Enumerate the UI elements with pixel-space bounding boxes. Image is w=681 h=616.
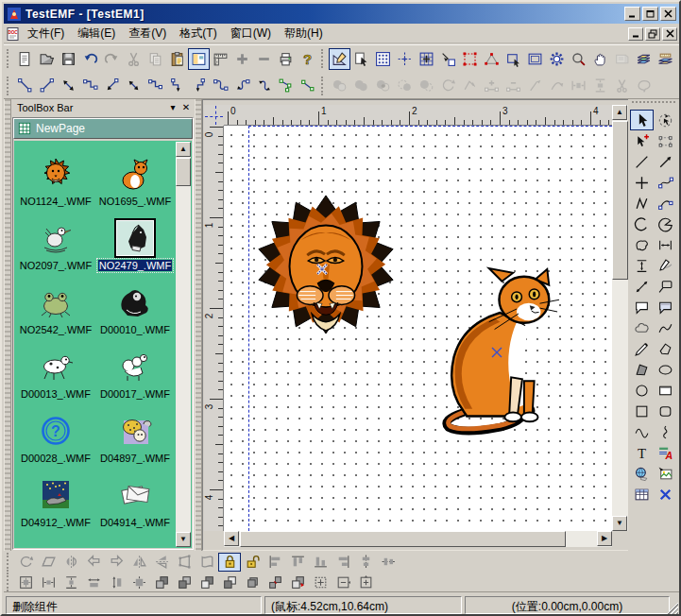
toolbox-item-d04914_wmf[interactable]: D04914_.WMF [95,466,175,530]
align-bottom-button[interactable] [309,553,332,572]
toolbox-item-d04912_wmf[interactable]: D04912_.WMF [16,466,95,530]
panel-grip-mid[interactable] [195,99,202,551]
undo-button[interactable] [79,48,101,70]
zoom-tool-button[interactable] [568,48,589,70]
text-button[interactable]: T [630,442,654,463]
scroll-down-button[interactable]: ▼ [176,532,191,547]
pie-button[interactable] [654,214,677,234]
toolbox-item-d00017_wmf[interactable]: D00017_.WMF [95,337,175,402]
distribute-h-button[interactable] [568,75,589,96]
close-button[interactable] [660,7,676,21]
toolbox-item-no1124_wmf[interactable]: NO1124_.WMF [16,145,95,209]
conn-curve-arrows-button[interactable] [253,75,275,96]
conn-line-arrows-button[interactable] [58,75,79,96]
toolbox-item-d00013_wmf[interactable]: D00013_.WMF [16,337,95,402]
pan-hand-button[interactable] [589,48,611,70]
center-h-button[interactable] [354,553,377,572]
canvas-vscrollbar[interactable]: ▲ ▼ [612,105,628,531]
lock-button[interactable] [218,553,241,572]
rotate-right-button[interactable] [105,553,128,572]
menu-item-6[interactable]: 帮助(H) [278,25,330,42]
shape-exclude-button[interactable] [394,75,416,96]
square-button[interactable] [630,401,654,421]
rotate-ccw-button[interactable] [437,75,459,96]
send-back-button[interactable] [173,573,196,591]
reshape-button[interactable] [459,75,481,96]
new-button[interactable] [14,48,36,70]
select-region-button[interactable] [459,48,481,70]
table-button[interactable] [630,484,654,505]
pick-object-button[interactable] [502,48,524,70]
select-button[interactable] [630,110,654,130]
toolbox-item-no2542_wmf[interactable]: NO2542_.WMF [16,273,95,337]
flip-v-button[interactable] [150,553,173,572]
scrollbar-thumb[interactable] [176,158,191,186]
same-height-button[interactable] [105,573,128,591]
palette-grip[interactable] [632,101,675,108]
toolbar-grip[interactable] [321,49,325,68]
conn-curve-arrow-button[interactable] [231,75,253,96]
hyperlink-button[interactable] [630,463,654,484]
scrollbar-thumb[interactable] [612,121,628,280]
blob-button[interactable] [630,234,654,255]
image-button[interactable] [654,463,677,484]
shape-subtract-button[interactable] [329,75,350,96]
delete-node-button[interactable] [502,75,524,96]
print-button[interactable] [275,48,297,70]
conn-line-up-button[interactable] [36,75,58,96]
axis-show-button[interactable] [394,48,416,70]
conn-node-small-button[interactable] [297,75,318,96]
grid-fit-button[interactable] [354,573,377,591]
unlock-button[interactable] [241,553,264,572]
same-width-button[interactable] [82,573,105,591]
grid-expand-button[interactable] [309,573,332,591]
bring-forward-button[interactable] [196,573,218,591]
toolbar-grip[interactable] [321,77,325,95]
conn-arrows-both-button[interactable] [123,75,145,96]
dim-h-button[interactable] [654,234,677,255]
menu-item-5[interactable]: 窗口(W) [224,25,278,42]
save-button[interactable] [58,48,79,70]
callout-shaded-button[interactable] [654,297,677,317]
send-backward-button[interactable] [218,573,241,591]
toolbox-item-no2097_wmf[interactable]: NO2097_.WMF [16,209,95,273]
align-left-button[interactable] [264,553,286,572]
help-button[interactable]: ? [297,48,318,70]
callout-button[interactable] [630,297,654,317]
draw-mode-button[interactable] [329,48,350,70]
canvas-hscrollbar[interactable]: ◀ ▶ [224,531,612,547]
conn-line-down-button[interactable] [14,75,36,96]
paste-button[interactable] [166,48,188,70]
squiggle-button[interactable] [654,421,677,442]
arc-button[interactable] [630,214,654,234]
dim-v-button[interactable] [630,255,654,276]
toolbox-menu-button[interactable]: ▾ [166,102,179,114]
cut-button[interactable] [123,48,145,70]
lasso-button[interactable] [633,75,655,96]
toolbox-tab-newpage[interactable]: NewPage [13,118,193,139]
resize-grip[interactable] [666,602,678,614]
cloud-button[interactable] [630,317,654,338]
scroll-up-button[interactable]: ▲ [176,142,191,157]
contour-select-button[interactable] [654,130,677,151]
layer-order-button[interactable] [655,48,676,70]
mdi-close-button[interactable] [662,27,677,41]
polyline-button[interactable] [630,193,654,214]
arc-arrow-button[interactable] [546,75,568,96]
slant-button[interactable] [524,75,546,96]
rotate-left-button[interactable] [82,553,105,572]
menu-item-2[interactable]: 编辑(E) [71,25,122,42]
envelope-button[interactable] [196,553,218,572]
node-edit-button[interactable] [481,48,502,70]
cross-line-button[interactable] [630,172,654,193]
line-button[interactable] [630,151,654,172]
rotate-free-button[interactable] [14,553,37,572]
detach-button[interactable] [264,573,286,591]
conn-zigzag-arrow-button[interactable] [166,75,188,96]
ellipse-button[interactable] [654,359,677,380]
rect-shaded-button[interactable] [654,380,677,401]
skew-button[interactable] [37,553,60,572]
scroll-down-button[interactable]: ▼ [612,516,627,531]
scroll-up-button[interactable]: ▲ [612,105,627,120]
conn-zigzag-button[interactable] [145,75,166,96]
